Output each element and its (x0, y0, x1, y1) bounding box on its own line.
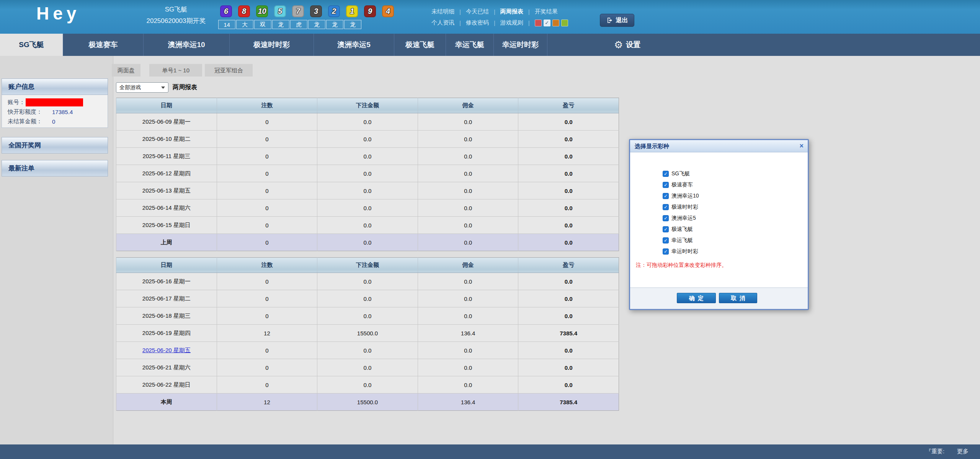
link-profile[interactable]: 个人资讯 (431, 19, 454, 26)
tab-sg-feiting[interactable]: SG飞艇 (0, 34, 63, 56)
table-row: 2025-06-11 星期三00.00.00.0 (116, 148, 619, 165)
option-label: 澳洲幸运5 (671, 215, 696, 222)
link-settled-today[interactable]: 今天已结 (466, 8, 489, 15)
option-label: 幸运时时彩 (671, 248, 698, 255)
cell-commission: 136.4 (418, 325, 518, 342)
tab-jisu-saiche[interactable]: 极速赛车 (63, 34, 144, 56)
game-select[interactable]: 全部游戏 (116, 82, 168, 93)
subtab-champion-combo[interactable]: 冠亚军组合 (205, 64, 253, 77)
option-label: 极速赛车 (671, 181, 693, 188)
theme-swatch-green[interactable] (561, 20, 568, 26)
latest-bets-panel[interactable]: 最新注单 (2, 160, 108, 176)
tab-aozhou-xingyun10[interactable]: 澳洲幸运10 (144, 34, 230, 56)
cell-amount: 0.0 (317, 342, 418, 359)
indicator-dragontiger: 龙 (308, 20, 325, 29)
result-ball: 3 (310, 5, 322, 17)
cell-amount: 0.0 (317, 113, 418, 131)
subtab-two-sided[interactable]: 两面盘 (112, 64, 140, 77)
checkbox-checked-icon[interactable]: ✓ (663, 215, 669, 221)
checkbox-checked-icon[interactable]: ✓ (663, 248, 669, 255)
page: Hey SG飞艇 20250620003期开奖 6 8 10 5 7 3 2 1… (0, 0, 980, 459)
link-change-password[interactable]: 修改密码 (466, 19, 489, 26)
option-aozhou-xingyun5[interactable]: ✓澳洲幸运5 (663, 212, 699, 224)
table-row: 2025-06-14 星期六00.00.00.0 (116, 199, 619, 217)
table-row: 2025-06-16 星期一00.00.00.0 (116, 273, 619, 290)
footer-more-link[interactable]: 更多 (957, 448, 969, 455)
cell-profit: 0.0 (518, 182, 619, 199)
checkbox-checked-icon[interactable]: ✓ (663, 226, 669, 232)
link-unsettled-detail[interactable]: 未结明细 (431, 8, 454, 15)
theme-swatch-red[interactable] (535, 20, 542, 26)
table-row: 2025-06-12 星期四00.00.00.0 (116, 165, 619, 182)
checkbox-checked-icon[interactable]: ✓ (663, 237, 669, 243)
table-header-row: 日期 注数 下注金额 佣金 盈亏 (116, 98, 619, 113)
option-xingyun-shishicai[interactable]: ✓幸运时时彩 (663, 246, 699, 257)
national-results-panel[interactable]: 全国开奖网 (2, 137, 108, 154)
table-row: 2025-06-22 星期日00.00.00.0 (116, 376, 619, 394)
cell-amount: 0.0 (317, 148, 418, 165)
tab-xingyun-shishicai[interactable]: 幸运时时彩 (494, 34, 547, 56)
close-icon[interactable]: × (799, 140, 804, 152)
cell-count: 0 (217, 199, 317, 217)
checkbox-checked-icon[interactable]: ✓ (663, 193, 669, 199)
cell-date: 2025-06-10 星期二 (116, 131, 217, 148)
cell-count: 12 (217, 325, 317, 342)
indicator-sum: 14 (218, 20, 235, 29)
confirm-button[interactable]: 确定 (677, 293, 716, 303)
result-ball: 6 (220, 5, 232, 17)
option-xingyun-feiting[interactable]: ✓幸运飞艇 (663, 235, 699, 246)
filter-row: 全部游戏 两周报表 (116, 82, 197, 93)
option-jisu-feiting[interactable]: ✓极速飞艇 (663, 224, 699, 235)
link-draw-results[interactable]: 开奖结果 (535, 8, 558, 15)
checkbox-checked-icon[interactable]: ✓ (663, 182, 669, 188)
cell-count: 0 (217, 307, 317, 325)
tab-jisu-feiting[interactable]: 极速飞艇 (394, 34, 446, 56)
cell-count: 0 (217, 217, 317, 234)
cell-date: 2025-06-18 星期三 (116, 307, 217, 325)
cell-profit: 0.0 (518, 307, 619, 325)
modal-title-bar: 选择显示彩种 × (630, 140, 808, 152)
result-ball: 4 (382, 5, 394, 17)
column-header-profit: 盈亏 (518, 98, 619, 113)
column-header-commission: 佣金 (418, 258, 518, 273)
cell-date-link-today[interactable]: 2025-06-20 星期五 (116, 342, 217, 359)
separator: | (459, 20, 461, 26)
cancel-button[interactable]: 取消 (719, 293, 757, 303)
tab-xingyun-feiting[interactable]: 幸运飞艇 (446, 34, 494, 56)
cell-amount: 0.0 (317, 290, 418, 307)
table-row: 2025-06-18 星期三00.00.00.0 (116, 307, 619, 325)
cell-commission: 0.0 (418, 148, 518, 165)
table-row: 2025-06-21 星期六00.00.00.0 (116, 359, 619, 376)
theme-swatch-selected[interactable]: ✓ (544, 20, 550, 26)
checkbox-checked-icon[interactable]: ✓ (663, 171, 669, 177)
option-label: SG飞艇 (671, 170, 690, 177)
option-jisu-saiche[interactable]: ✓极速赛车 (663, 179, 699, 190)
account-info-panel-body: 账号： 快开彩额度： 17385.4 未结算金额： 0 (2, 95, 108, 128)
option-aozhou-xingyun10[interactable]: ✓澳洲幸运10 (663, 190, 699, 201)
tab-aozhou-xingyun5[interactable]: 澳洲幸运5 (314, 34, 394, 56)
cell-commission: 0.0 (418, 131, 518, 148)
cell-amount: 0.0 (317, 307, 418, 325)
theme-swatch-orange[interactable] (552, 20, 559, 26)
checkbox-checked-icon[interactable]: ✓ (663, 204, 669, 210)
link-two-week-report[interactable]: 两周报表 (500, 8, 523, 15)
logout-button[interactable]: 退出 (600, 14, 634, 27)
cell-amount: 0.0 (317, 359, 418, 376)
drag-hint-note: 注：可拖动彩种位置来改变彩种排序。 (636, 262, 727, 269)
settings-button[interactable]: ⚙ 设置 (609, 34, 645, 56)
cell-amount: 0.0 (317, 217, 418, 234)
sidebar: 账户信息 账号： 快开彩额度： 17385.4 未结算金额： 0 全国开奖网 最… (0, 56, 113, 444)
cell-profit: 0.0 (518, 165, 619, 182)
check-icon: ✓ (545, 20, 549, 26)
cell-commission: 0.0 (418, 342, 518, 359)
account-row: 账号： (8, 98, 108, 107)
modal-title: 选择显示彩种 (635, 143, 669, 149)
result-ball: 5 (274, 5, 286, 17)
current-draw-info: SG飞艇 20250620003期开奖 (132, 4, 220, 27)
tab-jisu-shishicai[interactable]: 极速时时彩 (230, 34, 314, 56)
link-game-rules[interactable]: 游戏规则 (500, 19, 523, 26)
subtab-single-1-10[interactable]: 单号1 ~ 10 (149, 64, 202, 77)
option-sg-feiting[interactable]: ✓SG飞艇 (663, 168, 699, 179)
option-jisu-shishicai[interactable]: ✓极速时时彩 (663, 201, 699, 212)
account-info-panel-header: 账户信息 (2, 78, 108, 95)
